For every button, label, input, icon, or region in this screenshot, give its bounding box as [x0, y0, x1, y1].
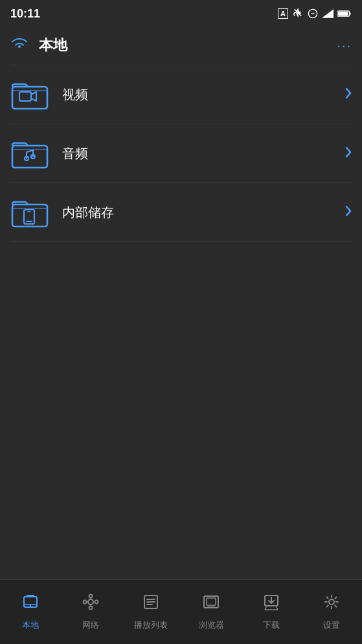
settings-icon	[322, 593, 341, 616]
nav-label-local: 本地	[22, 619, 39, 631]
header: 本地 ···	[0, 26, 362, 65]
storage-list-item[interactable]: 内部储存	[0, 183, 362, 241]
keyboard-icon: A	[278, 8, 288, 19]
video-chevron-icon	[345, 87, 352, 102]
audio-list-item[interactable]: 音频	[0, 124, 362, 183]
header-title: 本地	[39, 36, 337, 55]
svg-rect-8	[12, 146, 47, 168]
svg-marker-2	[322, 9, 334, 18]
minus-circle-icon	[308, 8, 318, 19]
battery-icon	[337, 10, 352, 17]
audio-folder-icon	[10, 134, 49, 173]
svg-rect-4	[339, 12, 348, 15]
divider-3	[10, 241, 352, 242]
status-time: 10:11	[10, 7, 40, 21]
wifi-icon	[10, 36, 28, 54]
nav-label-network: 网络	[82, 619, 99, 631]
nav-item-download[interactable]: 下载	[242, 580, 302, 644]
video-list-item[interactable]: 视频	[0, 65, 362, 124]
storage-folder-icon	[10, 193, 49, 232]
browser-icon	[202, 593, 220, 616]
status-icons: A	[278, 8, 352, 19]
local-icon	[21, 593, 40, 616]
nav-item-settings[interactable]: 设置	[302, 580, 362, 644]
nav-item-network[interactable]: 网络	[60, 580, 120, 644]
svg-point-37	[329, 599, 334, 605]
video-label: 视频	[62, 86, 345, 104]
signal-icon	[322, 9, 334, 18]
svg-point-21	[95, 601, 98, 604]
svg-rect-6	[12, 87, 47, 109]
svg-rect-11	[12, 205, 47, 227]
video-folder-icon	[10, 75, 49, 114]
svg-point-18	[89, 595, 92, 598]
audio-label: 音频	[62, 145, 345, 162]
status-bar: 10:11 A	[0, 0, 362, 26]
mute-icon	[292, 8, 304, 19]
download-icon	[262, 593, 280, 616]
nav-label-playlist: 播放列表	[134, 619, 168, 631]
nav-item-local[interactable]: 本地	[0, 580, 60, 644]
audio-chevron-icon	[345, 146, 352, 161]
more-options-button[interactable]: ···	[337, 38, 352, 53]
nav-label-settings: 设置	[323, 619, 340, 631]
storage-label: 内部储存	[62, 204, 345, 221]
svg-rect-7	[19, 92, 31, 101]
svg-rect-31	[207, 598, 216, 605]
nav-label-download: 下载	[263, 619, 280, 631]
svg-point-17	[88, 599, 93, 605]
playlist-icon	[142, 593, 160, 616]
nav-label-browser: 浏览器	[199, 619, 224, 631]
svg-point-19	[89, 606, 92, 610]
network-icon	[82, 593, 100, 616]
nav-item-playlist[interactable]: 播放列表	[120, 580, 181, 644]
nav-item-browser[interactable]: 浏览器	[181, 580, 242, 644]
bottom-nav: 本地 网络 播	[0, 579, 362, 644]
storage-chevron-icon	[345, 205, 352, 220]
svg-point-20	[83, 601, 86, 604]
